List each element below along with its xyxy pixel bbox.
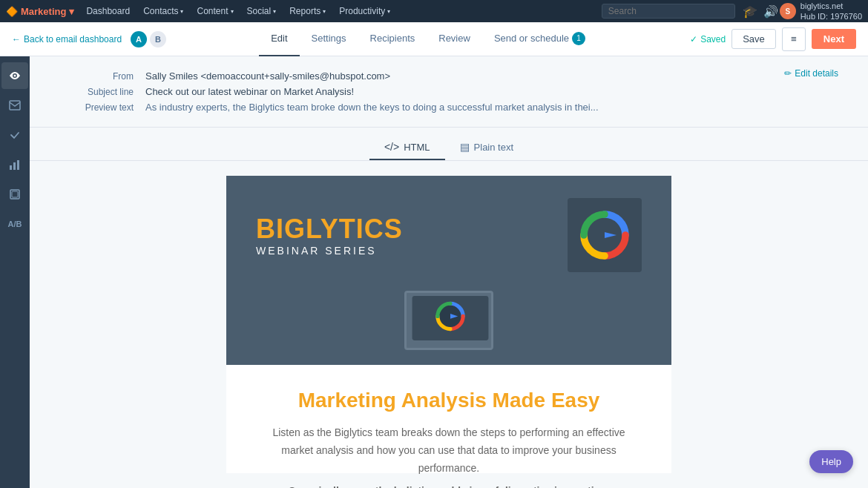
email-title: Marketing Analysis Made Easy [226, 365, 671, 424]
tab-group: Edit Settings Recipients Review Send or … [259, 22, 597, 56]
reports-caret: ▾ [323, 8, 326, 15]
nav-productivity[interactable]: Productivity ▾ [333, 0, 396, 22]
code-icon: </> [384, 141, 399, 153]
nav-dashboard[interactable]: Dashboard [80, 0, 136, 22]
help-circle-icon: 🔊 [763, 4, 778, 19]
email-header-banner: BIGLYTICS WEBINAR SERIES [226, 176, 671, 294]
social-caret: ▾ [273, 8, 276, 15]
ab-badge-a[interactable]: A [131, 31, 147, 47]
subject-row: Subject line Check out our latest webina… [59, 84, 784, 99]
hubspot-icon: 🔶 [6, 6, 18, 17]
svg-rect-4 [17, 160, 19, 170]
tab-edit[interactable]: Edit [259, 22, 299, 56]
tab-send-schedule[interactable]: Send or schedule 1 [482, 22, 597, 56]
email-meta: From Sally Smiles <demoaccount+sally-smi… [30, 56, 868, 128]
sidebar-email-icon[interactable] [1, 92, 28, 119]
view-tabs: </> HTML ▤ Plain text [30, 128, 868, 161]
saved-indicator: ✓ Saved [690, 34, 726, 44]
from-label: From [59, 70, 134, 82]
svg-point-0 [14, 75, 16, 77]
tab-html[interactable]: </> HTML [369, 135, 445, 160]
next-button[interactable]: Next [812, 29, 856, 49]
email-brand-sub: WEBINAR SERIES [256, 245, 403, 257]
email-logo [568, 198, 642, 272]
pencil-icon: ✏ [784, 68, 792, 79]
graduation-icon: 🎓 [743, 4, 757, 19]
svg-rect-1 [10, 101, 20, 110]
top-nav: 🔶 Marketing ▾ Dashboard Contacts ▾ Conte… [0, 0, 868, 22]
back-arrow-icon: ← [12, 34, 21, 44]
save-button[interactable]: Save [731, 29, 776, 49]
preview-value: As industry experts, the Biglytics team … [145, 102, 784, 113]
brand-caret-icon: ▾ [69, 6, 74, 17]
nav-content[interactable]: Content ▾ [191, 0, 239, 22]
email-preview: BIGLYTICS WEBINAR SERIES [226, 176, 671, 473]
svg-rect-3 [13, 162, 16, 170]
sidebar: A/B [0, 56, 30, 488]
email-brand-name: BIGLYTICS [256, 214, 403, 245]
sidebar-layers-icon[interactable] [1, 181, 28, 208]
preview-label: Preview text [59, 102, 134, 113]
from-value: Sally Smiles <demoaccount+sally-smiles@h… [145, 70, 784, 82]
sidebar-chart-icon[interactable] [1, 151, 28, 178]
schedule-badge: 1 [572, 32, 585, 45]
contacts-caret: ▾ [180, 8, 183, 15]
sidebar-check-icon[interactable] [1, 122, 28, 148]
back-link[interactable]: ← Back to email dashboard [12, 34, 122, 44]
nav-brand[interactable]: 🔶 Marketing ▾ [6, 6, 74, 17]
email-body-bold: Organically grow the holistic world view… [271, 483, 627, 488]
search-input[interactable] [602, 4, 735, 19]
sidebar-eye-icon[interactable] [1, 62, 28, 89]
svg-rect-2 [10, 165, 12, 170]
options-button[interactable]: ≡ [782, 27, 806, 51]
tab-plain-text[interactable]: ▤ Plain text [445, 135, 528, 160]
ab-badges: A B [131, 31, 166, 47]
nav-social[interactable]: Social ▾ [241, 0, 283, 22]
text-icon: ▤ [460, 141, 470, 153]
sidebar-ab-icon[interactable]: A/B [1, 211, 28, 237]
email-body: Listen as the Biglytics team breaks down… [226, 424, 671, 488]
options-icon: ≡ [791, 33, 797, 44]
help-button[interactable]: Help [809, 450, 853, 473]
tab-settings[interactable]: Settings [300, 22, 358, 56]
subject-label: Subject line [59, 86, 134, 97]
content-area: From Sally Smiles <demoaccount+sally-smi… [30, 56, 868, 488]
email-preview-wrapper[interactable]: BIGLYTICS WEBINAR SERIES [30, 161, 868, 488]
from-row: From Sally Smiles <demoaccount+sally-smi… [59, 68, 784, 84]
toolbar: ← Back to email dashboard A B Edit Setti… [0, 22, 868, 56]
ab-badge-b[interactable]: B [150, 31, 166, 47]
svg-rect-6 [12, 191, 18, 197]
account-info: biglytics.net Hub ID: 1976760 [800, 1, 862, 22]
content-caret: ▾ [231, 8, 234, 15]
productivity-caret: ▾ [387, 8, 390, 15]
nav-brand-label: Marketing [21, 6, 66, 17]
nav-reports[interactable]: Reports ▾ [283, 0, 332, 22]
tab-review[interactable]: Review [427, 22, 482, 56]
subject-value: Check out our latest webinar on Market A… [145, 86, 784, 97]
avatar[interactable]: S [780, 3, 796, 19]
preview-row: Preview text As industry experts, the Bi… [59, 99, 784, 115]
check-saved-icon: ✓ [690, 34, 697, 44]
nav-contacts[interactable]: Contacts ▾ [137, 0, 189, 22]
edit-details-button[interactable]: ✏ Edit details [784, 68, 838, 79]
email-body-paragraph: Listen as the Biglytics team breaks down… [271, 424, 627, 477]
main-layout: A/B From Sally Smiles <demoaccount+sally… [0, 56, 868, 488]
tab-recipients[interactable]: Recipients [358, 22, 427, 56]
